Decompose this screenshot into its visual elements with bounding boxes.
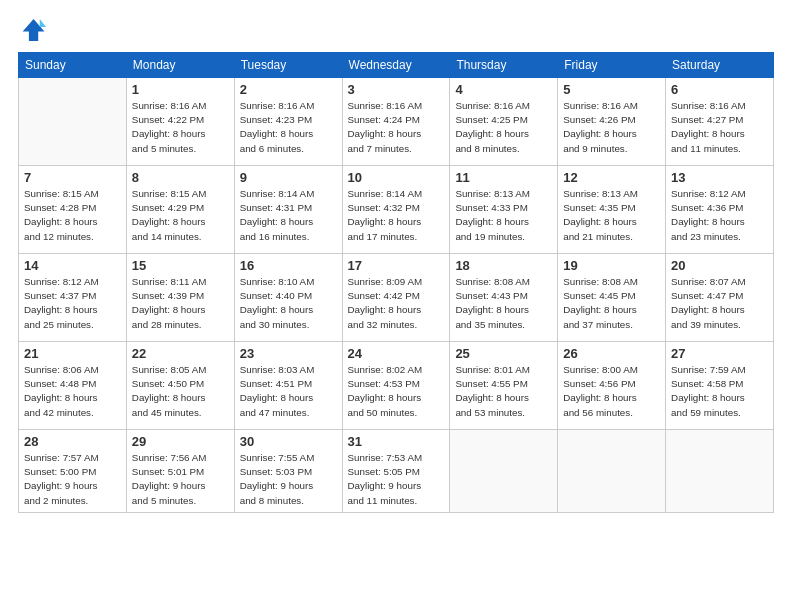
- day-number: 9: [240, 170, 337, 185]
- day-info: Sunrise: 8:12 AMSunset: 4:36 PMDaylight:…: [671, 187, 768, 244]
- calendar-cell: 11Sunrise: 8:13 AMSunset: 4:33 PMDayligh…: [450, 166, 558, 254]
- calendar-cell: 14Sunrise: 8:12 AMSunset: 4:37 PMDayligh…: [19, 254, 127, 342]
- day-number: 3: [348, 82, 445, 97]
- day-info: Sunrise: 8:01 AMSunset: 4:55 PMDaylight:…: [455, 363, 552, 420]
- calendar-cell: 28Sunrise: 7:57 AMSunset: 5:00 PMDayligh…: [19, 430, 127, 513]
- logo-icon: [18, 16, 46, 44]
- day-info: Sunrise: 7:53 AMSunset: 5:05 PMDaylight:…: [348, 451, 445, 508]
- day-info: Sunrise: 8:14 AMSunset: 4:31 PMDaylight:…: [240, 187, 337, 244]
- day-info: Sunrise: 8:16 AMSunset: 4:25 PMDaylight:…: [455, 99, 552, 156]
- day-number: 1: [132, 82, 229, 97]
- day-number: 11: [455, 170, 552, 185]
- day-info: Sunrise: 8:10 AMSunset: 4:40 PMDaylight:…: [240, 275, 337, 332]
- day-number: 6: [671, 82, 768, 97]
- day-number: 8: [132, 170, 229, 185]
- calendar-cell: 16Sunrise: 8:10 AMSunset: 4:40 PMDayligh…: [234, 254, 342, 342]
- calendar-week-row: 14Sunrise: 8:12 AMSunset: 4:37 PMDayligh…: [19, 254, 774, 342]
- day-number: 4: [455, 82, 552, 97]
- day-number: 29: [132, 434, 229, 449]
- day-info: Sunrise: 8:05 AMSunset: 4:50 PMDaylight:…: [132, 363, 229, 420]
- calendar-cell: 30Sunrise: 7:55 AMSunset: 5:03 PMDayligh…: [234, 430, 342, 513]
- calendar-cell: 22Sunrise: 8:05 AMSunset: 4:50 PMDayligh…: [126, 342, 234, 430]
- day-number: 26: [563, 346, 660, 361]
- day-info: Sunrise: 8:16 AMSunset: 4:24 PMDaylight:…: [348, 99, 445, 156]
- day-number: 12: [563, 170, 660, 185]
- calendar-header-row: SundayMondayTuesdayWednesdayThursdayFrid…: [19, 53, 774, 78]
- day-info: Sunrise: 8:15 AMSunset: 4:28 PMDaylight:…: [24, 187, 121, 244]
- day-info: Sunrise: 8:13 AMSunset: 4:35 PMDaylight:…: [563, 187, 660, 244]
- weekday-header: Friday: [558, 53, 666, 78]
- day-number: 30: [240, 434, 337, 449]
- day-number: 10: [348, 170, 445, 185]
- svg-marker-1: [40, 19, 46, 27]
- day-info: Sunrise: 8:16 AMSunset: 4:22 PMDaylight:…: [132, 99, 229, 156]
- day-info: Sunrise: 8:06 AMSunset: 4:48 PMDaylight:…: [24, 363, 121, 420]
- day-info: Sunrise: 8:07 AMSunset: 4:47 PMDaylight:…: [671, 275, 768, 332]
- calendar-cell: 15Sunrise: 8:11 AMSunset: 4:39 PMDayligh…: [126, 254, 234, 342]
- calendar-cell: [450, 430, 558, 513]
- day-info: Sunrise: 8:16 AMSunset: 4:27 PMDaylight:…: [671, 99, 768, 156]
- day-info: Sunrise: 8:09 AMSunset: 4:42 PMDaylight:…: [348, 275, 445, 332]
- day-number: 28: [24, 434, 121, 449]
- weekday-header: Thursday: [450, 53, 558, 78]
- day-number: 13: [671, 170, 768, 185]
- day-info: Sunrise: 8:16 AMSunset: 4:26 PMDaylight:…: [563, 99, 660, 156]
- calendar-cell: 24Sunrise: 8:02 AMSunset: 4:53 PMDayligh…: [342, 342, 450, 430]
- weekday-header: Sunday: [19, 53, 127, 78]
- day-number: 2: [240, 82, 337, 97]
- day-number: 15: [132, 258, 229, 273]
- calendar-week-row: 21Sunrise: 8:06 AMSunset: 4:48 PMDayligh…: [19, 342, 774, 430]
- weekday-header: Tuesday: [234, 53, 342, 78]
- header: [18, 16, 774, 44]
- calendar-cell: 3Sunrise: 8:16 AMSunset: 4:24 PMDaylight…: [342, 78, 450, 166]
- day-info: Sunrise: 7:56 AMSunset: 5:01 PMDaylight:…: [132, 451, 229, 508]
- calendar-cell: 2Sunrise: 8:16 AMSunset: 4:23 PMDaylight…: [234, 78, 342, 166]
- calendar-cell: 12Sunrise: 8:13 AMSunset: 4:35 PMDayligh…: [558, 166, 666, 254]
- calendar-cell: 10Sunrise: 8:14 AMSunset: 4:32 PMDayligh…: [342, 166, 450, 254]
- calendar-cell: 4Sunrise: 8:16 AMSunset: 4:25 PMDaylight…: [450, 78, 558, 166]
- calendar-cell: [666, 430, 774, 513]
- day-info: Sunrise: 8:14 AMSunset: 4:32 PMDaylight:…: [348, 187, 445, 244]
- calendar-cell: 6Sunrise: 8:16 AMSunset: 4:27 PMDaylight…: [666, 78, 774, 166]
- calendar-cell: 18Sunrise: 8:08 AMSunset: 4:43 PMDayligh…: [450, 254, 558, 342]
- day-number: 14: [24, 258, 121, 273]
- calendar-cell: 31Sunrise: 7:53 AMSunset: 5:05 PMDayligh…: [342, 430, 450, 513]
- calendar-cell: 8Sunrise: 8:15 AMSunset: 4:29 PMDaylight…: [126, 166, 234, 254]
- calendar-cell: [558, 430, 666, 513]
- logo: [18, 16, 50, 44]
- day-number: 31: [348, 434, 445, 449]
- day-info: Sunrise: 8:13 AMSunset: 4:33 PMDaylight:…: [455, 187, 552, 244]
- day-number: 19: [563, 258, 660, 273]
- weekday-header: Saturday: [666, 53, 774, 78]
- day-info: Sunrise: 8:08 AMSunset: 4:45 PMDaylight:…: [563, 275, 660, 332]
- calendar-cell: 7Sunrise: 8:15 AMSunset: 4:28 PMDaylight…: [19, 166, 127, 254]
- calendar-cell: 27Sunrise: 7:59 AMSunset: 4:58 PMDayligh…: [666, 342, 774, 430]
- day-info: Sunrise: 8:15 AMSunset: 4:29 PMDaylight:…: [132, 187, 229, 244]
- day-number: 22: [132, 346, 229, 361]
- day-info: Sunrise: 8:00 AMSunset: 4:56 PMDaylight:…: [563, 363, 660, 420]
- calendar-cell: 26Sunrise: 8:00 AMSunset: 4:56 PMDayligh…: [558, 342, 666, 430]
- day-info: Sunrise: 7:57 AMSunset: 5:00 PMDaylight:…: [24, 451, 121, 508]
- day-info: Sunrise: 8:16 AMSunset: 4:23 PMDaylight:…: [240, 99, 337, 156]
- day-info: Sunrise: 7:59 AMSunset: 4:58 PMDaylight:…: [671, 363, 768, 420]
- day-number: 7: [24, 170, 121, 185]
- calendar-cell: 13Sunrise: 8:12 AMSunset: 4:36 PMDayligh…: [666, 166, 774, 254]
- calendar-cell: 5Sunrise: 8:16 AMSunset: 4:26 PMDaylight…: [558, 78, 666, 166]
- day-number: 20: [671, 258, 768, 273]
- weekday-header: Wednesday: [342, 53, 450, 78]
- day-number: 17: [348, 258, 445, 273]
- day-info: Sunrise: 8:02 AMSunset: 4:53 PMDaylight:…: [348, 363, 445, 420]
- day-number: 21: [24, 346, 121, 361]
- calendar-cell: 21Sunrise: 8:06 AMSunset: 4:48 PMDayligh…: [19, 342, 127, 430]
- day-number: 27: [671, 346, 768, 361]
- calendar-cell: 29Sunrise: 7:56 AMSunset: 5:01 PMDayligh…: [126, 430, 234, 513]
- calendar-week-row: 1Sunrise: 8:16 AMSunset: 4:22 PMDaylight…: [19, 78, 774, 166]
- day-info: Sunrise: 8:03 AMSunset: 4:51 PMDaylight:…: [240, 363, 337, 420]
- calendar-cell: [19, 78, 127, 166]
- calendar-cell: 20Sunrise: 8:07 AMSunset: 4:47 PMDayligh…: [666, 254, 774, 342]
- day-number: 25: [455, 346, 552, 361]
- calendar-cell: 1Sunrise: 8:16 AMSunset: 4:22 PMDaylight…: [126, 78, 234, 166]
- day-info: Sunrise: 8:08 AMSunset: 4:43 PMDaylight:…: [455, 275, 552, 332]
- day-number: 5: [563, 82, 660, 97]
- day-number: 18: [455, 258, 552, 273]
